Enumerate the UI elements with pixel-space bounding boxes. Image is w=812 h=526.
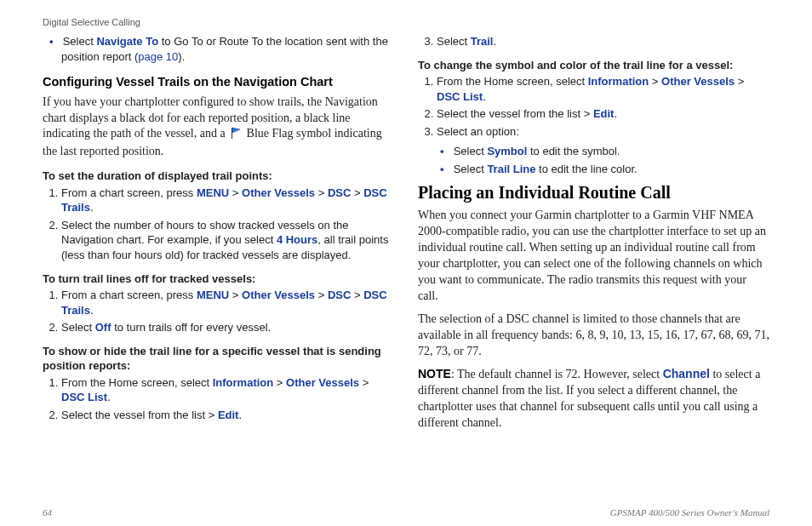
other-vessels-link: Other Vessels <box>661 75 735 88</box>
information-link: Information <box>588 75 649 88</box>
edit-link: Edit <box>593 107 615 120</box>
menu-link: MENU <box>197 289 229 301</box>
columns: Select Navigate To to Go To or Route To … <box>43 32 769 504</box>
step: Select an option: <box>437 124 769 140</box>
text: From a chart screen, press <box>61 289 197 301</box>
four-hours-link: 4 Hours <box>277 233 317 246</box>
other-vessels-link: Other Vessels <box>242 289 315 301</box>
step: Select the vessel from the list > Edit. <box>61 408 394 423</box>
dsc-list-link: DSC List <box>61 391 107 403</box>
text: . <box>107 391 111 403</box>
text: Select <box>63 35 97 48</box>
navigate-to-link: Navigate To <box>96 35 158 48</box>
text: From a chart screen, press <box>61 186 197 199</box>
dsc-list-link: DSC List <box>437 90 483 103</box>
text: to turn trails off for every vessel. <box>112 321 272 334</box>
dsc-link: DSC <box>328 186 351 199</box>
text: > <box>351 186 363 199</box>
text: . <box>494 35 497 48</box>
text: . <box>90 304 94 317</box>
heading-routine-call: Placing an Individual Routine Call <box>418 181 769 204</box>
text: . <box>90 201 94 214</box>
text: > <box>359 376 369 389</box>
task-title-show-hide: To show or hide the trail line for a spe… <box>43 344 394 374</box>
bullet-trail-line: Select Trail Line to edit the line color… <box>452 162 769 177</box>
text: : The default channel is 72. However, se… <box>451 368 663 380</box>
channel-link: Channel <box>663 367 710 380</box>
trail-link: Trail <box>471 35 494 48</box>
task-title-change-symbol: To change the symbol and color of the tr… <box>418 58 769 73</box>
bullet-navigate-to: Select Navigate To to Go To or Route To … <box>61 34 394 64</box>
text: > <box>351 289 363 301</box>
step: From the Home screen, select Information… <box>61 375 394 405</box>
text: ). <box>178 50 185 63</box>
text: . <box>483 90 486 103</box>
heading-config-trails: Configuring Vessel Trails on the Navigat… <box>43 74 394 91</box>
text: > <box>315 186 328 199</box>
page-ref-link[interactable]: page 10 <box>138 50 178 63</box>
blue-flag-icon <box>230 127 242 144</box>
paragraph-note: NOTE: The default channel is 72. However… <box>418 366 769 432</box>
text: . <box>238 409 242 421</box>
step: Select the vessel from the list > Edit. <box>437 106 769 122</box>
task-title-set-duration: To set the duration of displayed trail p… <box>43 169 394 184</box>
text: > <box>315 289 328 301</box>
trail-line-link: Trail Line <box>487 163 535 175</box>
text: Select the vessel from the list > <box>61 409 218 421</box>
text: Select <box>61 321 95 334</box>
text: > <box>229 289 242 301</box>
right-column: Select Trail. To change the symbol and c… <box>418 32 769 504</box>
footer: 64 GPSMAP 400/500 Series Owner's Manual <box>43 507 769 517</box>
task-title-turn-off: To turn trail lines off for tracked vess… <box>43 272 394 287</box>
paragraph-routine-intro: When you connect your Garmin chartplotte… <box>418 208 769 304</box>
text: From the Home screen, select <box>61 376 213 389</box>
text: . <box>614 107 617 120</box>
left-column: Select Navigate To to Go To or Route To … <box>43 32 394 504</box>
text: Select <box>454 163 488 175</box>
note-label: NOTE <box>418 367 451 380</box>
menu-link: MENU <box>197 186 229 199</box>
step: Select Trail. <box>437 34 769 49</box>
page-number: 64 <box>43 507 52 517</box>
other-vessels-link: Other Vessels <box>286 376 359 389</box>
text: Select <box>454 145 488 157</box>
text: > <box>735 75 744 88</box>
text: to edit the line color. <box>535 163 637 175</box>
page: Digital Selective Calling Select Navigat… <box>0 0 812 526</box>
step: From a chart screen, press MENU > Other … <box>61 186 394 215</box>
step: From a chart screen, press MENU > Other … <box>61 288 394 317</box>
symbol-link: Symbol <box>487 145 527 157</box>
step: Select Off to turn trails off for every … <box>61 320 394 335</box>
edit-link: Edit <box>218 409 239 421</box>
text: > <box>229 186 242 199</box>
section-header: Digital Selective Calling <box>43 17 769 27</box>
text: Select <box>437 35 471 48</box>
dsc-link: DSC <box>328 289 351 301</box>
step: Select the number of hours to show track… <box>61 218 394 263</box>
off-link: Off <box>95 321 112 334</box>
paragraph-channels: The selection of a DSC channel is limite… <box>418 312 769 360</box>
information-link: Information <box>213 376 274 389</box>
text: > <box>273 376 286 389</box>
text: Select the vessel from the list > <box>437 107 593 120</box>
text: > <box>649 75 661 88</box>
bullet-symbol: Select Symbol to edit the symbol. <box>452 144 769 159</box>
intro-paragraph: If you have your chartplotter configured… <box>43 94 394 161</box>
other-vessels-link: Other Vessels <box>242 186 315 199</box>
text: From the Home screen, select <box>437 75 588 88</box>
manual-title: GPSMAP 400/500 Series Owner's Manual <box>610 507 769 517</box>
step: From the Home screen, select Information… <box>437 74 769 104</box>
text: to edit the symbol. <box>527 145 620 157</box>
